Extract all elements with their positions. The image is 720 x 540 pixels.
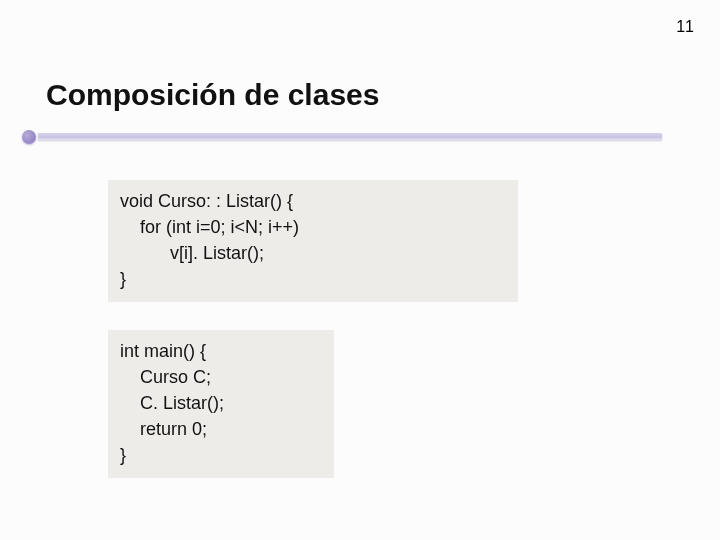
code-line: for (int i=0; i<N; i++) [120,214,506,240]
code-line: int main() { [120,338,322,364]
code-line: C. Listar(); [120,390,322,416]
code-block-1: void Curso: : Listar() { for (int i=0; i… [108,180,518,302]
code-line: Curso C; [120,364,322,390]
divider-dot-icon [22,130,36,144]
title-divider [22,130,662,144]
code-line: return 0; [120,416,322,442]
code-line: } [120,266,506,292]
code-line: void Curso: : Listar() { [120,188,506,214]
divider-bar [38,133,662,140]
code-line: } [120,442,322,468]
code-line: v[i]. Listar(); [120,240,506,266]
slide-title: Composición de clases [46,78,379,112]
page-number: 11 [676,18,694,36]
slide: 11 Composición de clases void Curso: : L… [0,0,720,540]
code-block-2: int main() { Curso C; C. Listar(); retur… [108,330,334,478]
